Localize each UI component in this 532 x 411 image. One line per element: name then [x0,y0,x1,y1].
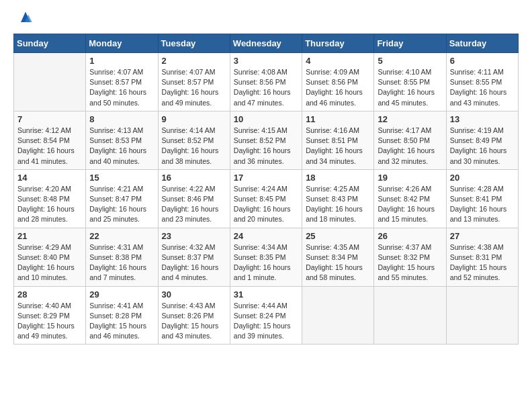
calendar-table: SundayMondayTuesdayWednesdayThursdayFrid… [13,34,519,345]
day-info: Sunrise: 4:08 AM Sunset: 8:56 PM Dayligh… [234,67,298,108]
day-number: 19 [378,173,442,183]
day-info: Sunrise: 4:31 AM Sunset: 8:38 PM Dayligh… [89,242,154,283]
calendar-cell: 30Sunrise: 4:43 AM Sunset: 8:26 PM Dayli… [158,286,230,345]
calendar-cell: 6Sunrise: 4:11 AM Sunset: 8:55 PM Daylig… [446,53,518,111]
day-number: 8 [89,114,154,124]
day-number: 26 [378,231,442,241]
day-info: Sunrise: 4:34 AM Sunset: 8:35 PM Dayligh… [234,242,298,283]
day-number: 10 [234,114,298,124]
day-number: 6 [450,56,515,66]
calendar-cell: 17Sunrise: 4:24 AM Sunset: 8:45 PM Dayli… [230,169,302,228]
day-number: 31 [234,289,298,300]
day-number: 23 [162,231,226,241]
day-info: Sunrise: 4:35 AM Sunset: 8:34 PM Dayligh… [306,242,370,283]
day-info: Sunrise: 4:22 AM Sunset: 8:46 PM Dayligh… [162,184,226,225]
day-info: Sunrise: 4:44 AM Sunset: 8:24 PM Dayligh… [234,301,298,342]
day-info: Sunrise: 4:15 AM Sunset: 8:52 PM Dayligh… [234,126,298,167]
col-header-thursday: Thursday [302,34,374,53]
calendar-cell: 9Sunrise: 4:14 AM Sunset: 8:52 PM Daylig… [158,111,230,169]
day-info: Sunrise: 4:37 AM Sunset: 8:32 PM Dayligh… [378,242,442,283]
day-info: Sunrise: 4:19 AM Sunset: 8:49 PM Dayligh… [450,126,515,167]
day-number: 28 [17,289,82,300]
calendar-cell: 29Sunrise: 4:41 AM Sunset: 8:28 PM Dayli… [86,286,158,345]
day-number: 1 [89,56,154,66]
day-info: Sunrise: 4:10 AM Sunset: 8:55 PM Dayligh… [378,67,442,108]
day-info: Sunrise: 4:14 AM Sunset: 8:52 PM Dayligh… [162,126,226,167]
calendar-cell [374,286,446,345]
day-info: Sunrise: 4:07 AM Sunset: 8:57 PM Dayligh… [89,67,154,108]
day-number: 15 [89,173,154,183]
day-number: 30 [162,289,226,300]
day-number: 3 [234,56,298,66]
day-info: Sunrise: 4:21 AM Sunset: 8:47 PM Dayligh… [89,184,154,225]
day-info: Sunrise: 4:24 AM Sunset: 8:45 PM Dayligh… [234,184,298,225]
calendar-cell: 14Sunrise: 4:20 AM Sunset: 8:48 PM Dayli… [14,169,86,228]
col-header-wednesday: Wednesday [230,34,302,53]
calendar-cell: 16Sunrise: 4:22 AM Sunset: 8:46 PM Dayli… [158,169,230,228]
day-number: 27 [450,231,515,241]
calendar-cell [446,286,518,345]
day-number: 18 [306,173,370,183]
day-number: 9 [162,114,226,124]
day-info: Sunrise: 4:38 AM Sunset: 8:31 PM Dayligh… [450,242,515,283]
calendar-cell: 28Sunrise: 4:40 AM Sunset: 8:29 PM Dayli… [14,286,86,345]
calendar-cell: 18Sunrise: 4:25 AM Sunset: 8:43 PM Dayli… [302,169,374,228]
calendar-cell: 8Sunrise: 4:13 AM Sunset: 8:53 PM Daylig… [86,111,158,169]
day-number: 14 [17,173,82,183]
day-info: Sunrise: 4:11 AM Sunset: 8:55 PM Dayligh… [450,67,515,108]
day-info: Sunrise: 4:16 AM Sunset: 8:51 PM Dayligh… [306,126,370,167]
calendar-cell: 12Sunrise: 4:17 AM Sunset: 8:50 PM Dayli… [374,111,446,169]
calendar-cell: 20Sunrise: 4:28 AM Sunset: 8:41 PM Dayli… [446,169,518,228]
day-number: 17 [234,173,298,183]
day-number: 12 [378,114,442,124]
week-row-1: 1Sunrise: 4:07 AM Sunset: 8:57 PM Daylig… [14,53,519,111]
calendar-cell [302,286,374,345]
calendar-cell [14,53,86,111]
week-row-4: 21Sunrise: 4:29 AM Sunset: 8:40 PM Dayli… [14,228,519,286]
logo-icon [16,8,35,27]
day-info: Sunrise: 4:13 AM Sunset: 8:53 PM Dayligh… [89,126,154,167]
day-info: Sunrise: 4:32 AM Sunset: 8:37 PM Dayligh… [162,242,226,283]
day-info: Sunrise: 4:28 AM Sunset: 8:41 PM Dayligh… [450,184,515,225]
day-number: 22 [89,231,154,241]
day-number: 29 [89,289,154,300]
day-info: Sunrise: 4:41 AM Sunset: 8:28 PM Dayligh… [89,301,154,342]
day-info: Sunrise: 4:29 AM Sunset: 8:40 PM Dayligh… [17,242,82,283]
day-info: Sunrise: 4:40 AM Sunset: 8:29 PM Dayligh… [17,301,82,342]
day-number: 7 [17,114,82,124]
col-header-saturday: Saturday [446,34,518,53]
col-header-sunday: Sunday [14,34,86,53]
day-info: Sunrise: 4:09 AM Sunset: 8:56 PM Dayligh… [306,67,370,108]
day-info: Sunrise: 4:20 AM Sunset: 8:48 PM Dayligh… [17,184,82,225]
calendar-header: SundayMondayTuesdayWednesdayThursdayFrid… [14,34,519,53]
calendar-cell: 15Sunrise: 4:21 AM Sunset: 8:47 PM Dayli… [86,169,158,228]
page-header [13,13,519,27]
calendar-cell: 26Sunrise: 4:37 AM Sunset: 8:32 PM Dayli… [374,228,446,286]
day-number: 21 [17,231,82,241]
day-number: 13 [450,114,515,124]
calendar-cell: 22Sunrise: 4:31 AM Sunset: 8:38 PM Dayli… [86,228,158,286]
day-info: Sunrise: 4:25 AM Sunset: 8:43 PM Dayligh… [306,184,370,225]
week-row-5: 28Sunrise: 4:40 AM Sunset: 8:29 PM Dayli… [14,286,519,345]
calendar-cell: 31Sunrise: 4:44 AM Sunset: 8:24 PM Dayli… [230,286,302,345]
day-number: 16 [162,173,226,183]
day-number: 25 [306,231,370,241]
logo [13,13,35,27]
day-info: Sunrise: 4:26 AM Sunset: 8:42 PM Dayligh… [378,184,442,225]
calendar-cell: 4Sunrise: 4:09 AM Sunset: 8:56 PM Daylig… [302,53,374,111]
day-info: Sunrise: 4:07 AM Sunset: 8:57 PM Dayligh… [162,67,226,108]
calendar-cell: 1Sunrise: 4:07 AM Sunset: 8:57 PM Daylig… [86,53,158,111]
day-number: 5 [378,56,442,66]
calendar-cell: 21Sunrise: 4:29 AM Sunset: 8:40 PM Dayli… [14,228,86,286]
col-header-monday: Monday [86,34,158,53]
day-info: Sunrise: 4:17 AM Sunset: 8:50 PM Dayligh… [378,126,442,167]
day-info: Sunrise: 4:12 AM Sunset: 8:54 PM Dayligh… [17,126,82,167]
calendar-cell: 3Sunrise: 4:08 AM Sunset: 8:56 PM Daylig… [230,53,302,111]
day-number: 24 [234,231,298,241]
calendar-cell: 27Sunrise: 4:38 AM Sunset: 8:31 PM Dayli… [446,228,518,286]
calendar-cell: 11Sunrise: 4:16 AM Sunset: 8:51 PM Dayli… [302,111,374,169]
calendar-cell: 2Sunrise: 4:07 AM Sunset: 8:57 PM Daylig… [158,53,230,111]
week-row-3: 14Sunrise: 4:20 AM Sunset: 8:48 PM Dayli… [14,169,519,228]
col-header-friday: Friday [374,34,446,53]
calendar-cell: 25Sunrise: 4:35 AM Sunset: 8:34 PM Dayli… [302,228,374,286]
